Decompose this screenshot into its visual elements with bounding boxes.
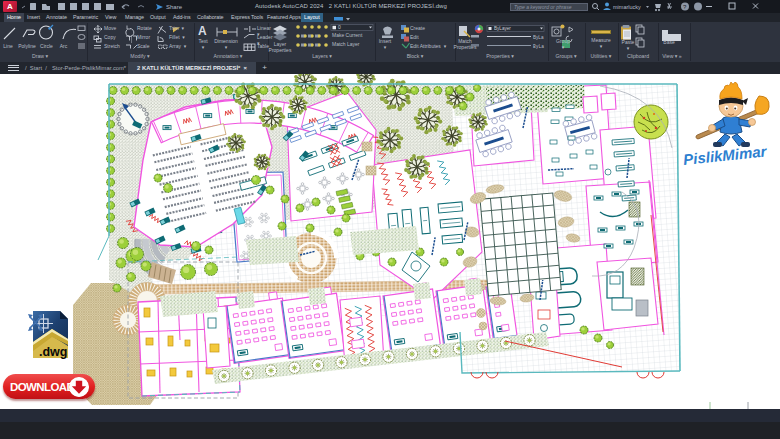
svg-text:ByLa: ByLa [533, 34, 544, 39]
svg-text:Share: Share [166, 4, 183, 10]
svg-text:mimarlucky: mimarlucky [613, 4, 641, 10]
svg-text:ByLa: ByLa [533, 43, 544, 48]
svg-text:.dwg: .dwg [39, 345, 67, 359]
svg-text:ByLayer: ByLayer [494, 26, 511, 31]
svg-text:0: 0 [338, 24, 341, 30]
